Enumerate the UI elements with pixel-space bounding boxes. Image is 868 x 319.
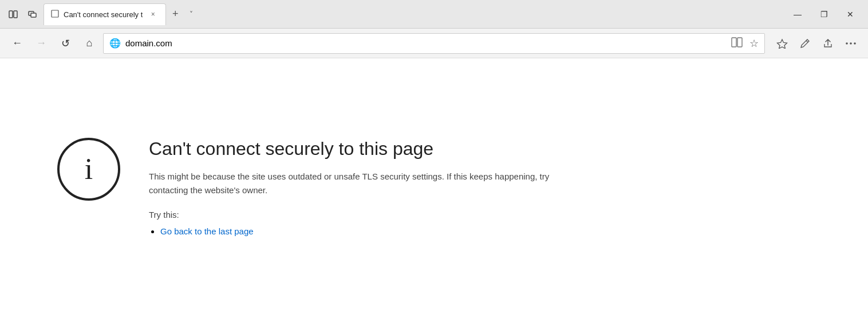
tab-page-icon (51, 10, 59, 19)
tab-close-button[interactable]: × (147, 9, 159, 20)
error-container: i Can't connect securely to this page Th… (57, 138, 584, 240)
svg-rect-6 (737, 38, 742, 47)
title-bar: Can't connect securely t × + ˅ — ❐ ✕ (0, 0, 868, 29)
svg-line-8 (806, 41, 808, 42)
navigation-bar: ← → ↺ ⌂ 🌐 ☆ (0, 29, 868, 58)
error-title: Can't connect securely to this page (149, 138, 584, 160)
globe-icon: 🌐 (109, 38, 121, 49)
tab-area: Can't connect securely t × + ˅ (44, 3, 782, 25)
suggestion-item: Go back to the last page (160, 226, 584, 236)
info-icon: i (57, 138, 120, 201)
active-tab[interactable]: Can't connect securely t × (44, 3, 166, 25)
tab-dropdown-button[interactable]: ˅ (184, 7, 198, 21)
svg-point-10 (850, 42, 852, 45)
svg-rect-5 (732, 38, 736, 47)
svg-point-11 (854, 42, 856, 45)
address-input[interactable] (125, 38, 724, 48)
svg-rect-1 (14, 11, 17, 18)
new-tab-button[interactable]: + (166, 5, 184, 23)
go-back-link[interactable]: Go back to the last page (160, 226, 254, 236)
forward-button[interactable]: → (31, 33, 52, 54)
sidebar-toggle-button[interactable] (5, 6, 22, 23)
restore-button[interactable]: ❐ (811, 5, 837, 23)
favorites-hub-button[interactable] (772, 33, 792, 54)
address-bar[interactable]: 🌐 ☆ (103, 33, 765, 54)
nav-right-buttons (772, 33, 861, 54)
favorite-button[interactable]: ☆ (749, 37, 759, 50)
svg-rect-3 (31, 13, 36, 17)
page-content: i Can't connect securely to this page Th… (0, 58, 868, 319)
svg-rect-0 (9, 11, 13, 18)
back-button[interactable]: ← (7, 33, 27, 54)
svg-rect-4 (52, 10, 58, 17)
error-text-area: Can't connect securely to this page This… (149, 138, 584, 240)
pen-button[interactable] (795, 33, 815, 54)
minimize-button[interactable]: — (784, 5, 811, 23)
tab-title: Can't connect securely t (64, 10, 143, 19)
svg-marker-7 (778, 39, 787, 49)
try-this-label: Try this: (149, 210, 584, 220)
refresh-button[interactable]: ↺ (55, 33, 76, 54)
share-button[interactable] (818, 33, 838, 54)
close-button[interactable]: ✕ (837, 5, 863, 23)
more-button[interactable] (841, 33, 861, 54)
reading-view-button[interactable] (729, 36, 745, 51)
suggestions-list: Go back to the last page (149, 226, 584, 236)
svg-point-9 (846, 42, 848, 45)
tab-manager-button[interactable] (24, 6, 41, 23)
window-controls: — ❐ ✕ (784, 5, 863, 23)
home-button[interactable]: ⌂ (79, 33, 100, 54)
error-description: This might be because the site uses outd… (149, 170, 584, 197)
